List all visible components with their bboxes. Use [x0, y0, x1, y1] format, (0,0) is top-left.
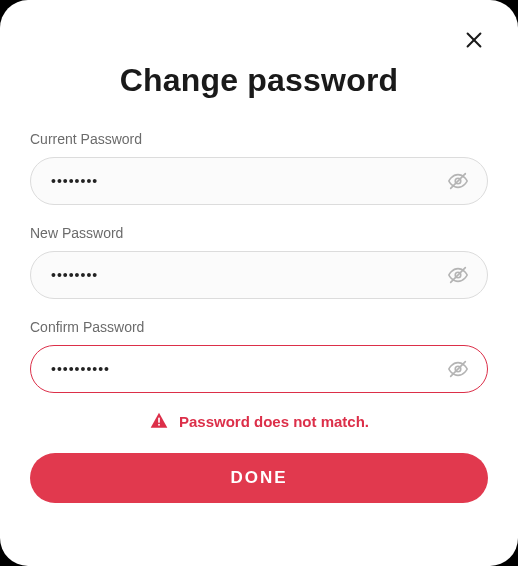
new-password-input-wrap — [30, 251, 488, 299]
field-new-password: New Password — [30, 225, 488, 299]
toggle-current-password-visibility[interactable] — [443, 166, 473, 196]
toggle-confirm-password-visibility[interactable] — [443, 354, 473, 384]
current-password-input-wrap — [30, 157, 488, 205]
field-confirm-password: Confirm Password — [30, 319, 488, 393]
current-password-input[interactable] — [51, 173, 437, 189]
eye-off-icon — [447, 358, 469, 380]
confirm-password-input-wrap — [30, 345, 488, 393]
close-button[interactable] — [460, 26, 488, 54]
dialog-title: Change password — [30, 62, 488, 99]
error-message-row: Password does not match. — [30, 411, 488, 431]
svg-rect-9 — [158, 424, 160, 426]
done-button[interactable]: DONE — [30, 453, 488, 503]
alert-triangle-icon — [149, 411, 169, 431]
confirm-password-input[interactable] — [51, 361, 437, 377]
change-password-dialog: Change password Current Password New Pas… — [0, 0, 518, 566]
new-password-input[interactable] — [51, 267, 437, 283]
confirm-password-label: Confirm Password — [30, 319, 488, 335]
close-icon — [463, 29, 485, 51]
error-message-text: Password does not match. — [179, 413, 369, 430]
eye-off-icon — [447, 170, 469, 192]
current-password-label: Current Password — [30, 131, 488, 147]
eye-off-icon — [447, 264, 469, 286]
toggle-new-password-visibility[interactable] — [443, 260, 473, 290]
new-password-label: New Password — [30, 225, 488, 241]
svg-rect-8 — [158, 418, 160, 423]
field-current-password: Current Password — [30, 131, 488, 205]
